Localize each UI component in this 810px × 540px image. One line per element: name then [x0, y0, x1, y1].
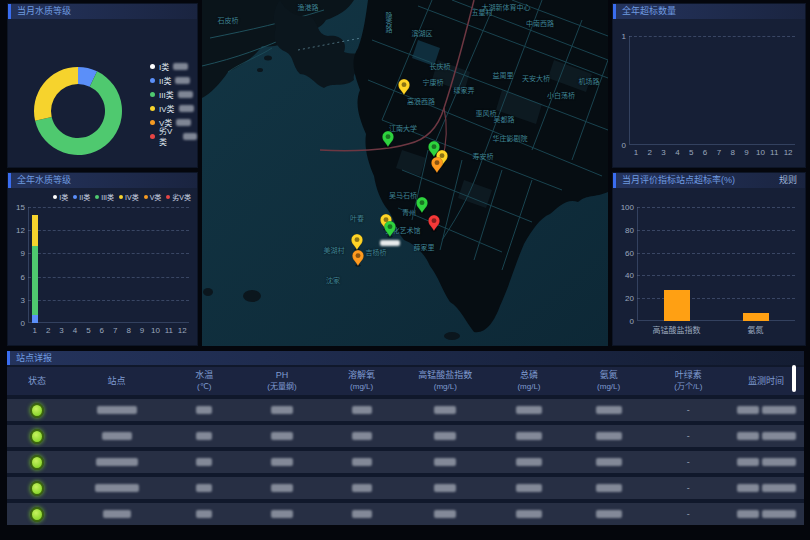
table-cell [7, 507, 67, 522]
panel-month-rate: 当月评价指标站点超标率(%) 规则 020406080100高锰酸盐指数氨氮 [612, 172, 806, 346]
x-tick: 3 [661, 148, 665, 157]
redacted-value [178, 91, 193, 98]
redacted-value [176, 119, 191, 126]
redacted-value [762, 432, 796, 440]
y-tick: 3 [21, 295, 25, 304]
redacted-value [516, 432, 542, 440]
legend-item[interactable]: V类 [144, 192, 162, 202]
table-cell [322, 510, 402, 518]
table-cell [67, 406, 167, 414]
map-label: 机场路 [579, 76, 600, 86]
legend-item[interactable]: II类 [73, 192, 90, 202]
stacked-bar-segment-III类 [32, 246, 38, 316]
status-indicator-正常 [30, 481, 44, 496]
station-pin-III[interactable] [383, 221, 397, 238]
table-cell [7, 403, 67, 418]
redacted-value [516, 458, 542, 466]
legend-item[interactable]: 劣V类 [150, 129, 197, 143]
station-pin-III[interactable] [381, 131, 395, 148]
table-row[interactable]: - [7, 425, 804, 447]
redacted-value [271, 432, 293, 440]
table-cell [489, 510, 569, 518]
y-tick: 0 [622, 141, 626, 150]
table-cell [569, 458, 649, 466]
legend-item[interactable]: III类 [150, 87, 197, 101]
map-label: 天安大桥 [522, 73, 550, 83]
map-label: 长庆桥 [430, 61, 451, 71]
station-pin-III[interactable] [415, 197, 429, 214]
year-grade-chart: 03691215123456789101112 [28, 207, 189, 323]
redacted-value [96, 458, 138, 466]
y-tick: 12 [16, 226, 25, 235]
map-label: 滨湖区 [412, 28, 433, 38]
table-cell [322, 432, 402, 440]
legend-item[interactable]: I类 [53, 192, 68, 202]
redacted-value [95, 484, 139, 492]
table-row[interactable]: - [7, 503, 804, 525]
table-row[interactable]: - [7, 399, 804, 421]
x-tick: 2 [46, 326, 50, 335]
station-pin-IV[interactable] [397, 79, 411, 96]
station-pin-IV[interactable] [350, 234, 364, 251]
legend-dot [150, 134, 155, 139]
table-title: 站点详报 [7, 351, 804, 365]
table-body: ----- [7, 399, 804, 525]
station-pin-bad[interactable] [427, 215, 441, 232]
panel-title: 当月评价指标站点超标率(%) [622, 173, 735, 188]
redacted-value [179, 105, 194, 112]
panel-year-exceed-header: 全年超标数量 [613, 4, 805, 19]
chlorophyll-value: - [687, 509, 690, 519]
legend-item[interactable]: III类 [95, 192, 114, 202]
map[interactable]: 石皮桥渔港路太湖新体育中心中南西路滨湖区隐秀路五星村长庆桥宁康桥绿家弄益周里天安… [202, 0, 608, 346]
redacted-value [183, 133, 197, 140]
redacted-value [103, 510, 131, 518]
table-cell [67, 484, 167, 492]
station-pin-V[interactable] [430, 157, 444, 174]
legend-item[interactable]: IV类 [150, 101, 197, 115]
redacted-value [196, 510, 212, 518]
table-cell: - [649, 405, 729, 415]
table-scrollbar[interactable] [792, 365, 796, 392]
table-row[interactable]: - [7, 477, 804, 499]
legend-item[interactable]: I类 [150, 59, 197, 73]
table-row[interactable]: - [7, 451, 804, 473]
stacked-bar-segment-IV类 [32, 215, 38, 246]
month-rate-chart: 020406080100高锰酸盐指数氨氮 [637, 207, 795, 321]
map-label: 宁康桥 [423, 77, 444, 87]
redacted-value [352, 458, 372, 466]
column-header: PH(无量纲) [242, 370, 322, 392]
rules-link[interactable]: 规则 [779, 173, 805, 188]
x-tick: 10 [756, 148, 765, 157]
redacted-value [516, 406, 542, 414]
table-cell [166, 406, 242, 414]
x-tick: 2 [648, 148, 652, 157]
x-tick: 7 [113, 326, 117, 335]
map-label: 吴马石桥 [389, 190, 417, 200]
legend-item[interactable]: IV类 [119, 192, 139, 202]
table-cell [242, 484, 322, 492]
table-cell [322, 406, 402, 414]
selected-station-label [380, 240, 400, 246]
legend-item[interactable]: 劣V类 [166, 192, 191, 202]
station-pin-V[interactable] [351, 250, 365, 267]
map-label: 石皮桥 [218, 15, 239, 25]
legend-item[interactable]: II类 [150, 73, 197, 87]
map-label: 五星村 [472, 7, 493, 17]
table-cell [242, 510, 322, 518]
table-cell [67, 510, 167, 518]
map-label: 薛家里 [414, 242, 435, 252]
table-cell [489, 406, 569, 414]
map-label: 小白荡桥 [547, 90, 575, 100]
x-tick: 5 [86, 326, 90, 335]
x-tick: 4 [73, 326, 77, 335]
column-header: 氨氮(mg/L) [569, 370, 649, 392]
y-tick: 9 [21, 249, 25, 258]
x-tick: 4 [675, 148, 679, 157]
redacted-value [352, 484, 372, 492]
x-tick: 高锰酸盐指数 [653, 324, 701, 335]
x-tick: 8 [126, 326, 130, 335]
redacted-value [173, 63, 188, 70]
table-cell [401, 484, 489, 492]
map-label: 隐秀路 [383, 12, 393, 33]
redacted-value [102, 432, 132, 440]
